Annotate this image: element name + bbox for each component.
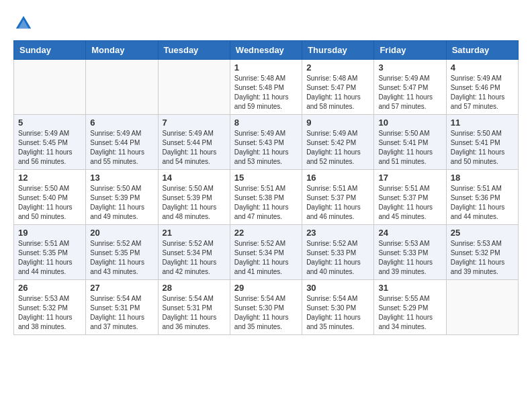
day-number: 23 xyxy=(306,228,369,238)
calendar-day: 24 Sunrise: 5:53 AMSunset: 5:33 PMDaylig… xyxy=(374,225,446,280)
calendar-day: 15 Sunrise: 5:51 AMSunset: 5:38 PMDaylig… xyxy=(230,170,302,225)
logo xyxy=(13,13,36,34)
day-header-wednesday: Wednesday xyxy=(230,41,302,60)
day-number: 2 xyxy=(306,62,369,73)
calendar-day: 22 Sunrise: 5:52 AMSunset: 5:34 PMDaylig… xyxy=(230,225,302,280)
day-header-thursday: Thursday xyxy=(302,41,374,60)
day-header-friday: Friday xyxy=(374,41,446,60)
day-info: Sunrise: 5:51 AMSunset: 5:37 PMDaylight:… xyxy=(306,184,369,222)
day-info: Sunrise: 5:54 AMSunset: 5:30 PMDaylight:… xyxy=(234,294,298,332)
day-number: 16 xyxy=(306,173,369,183)
day-info: Sunrise: 5:51 AMSunset: 5:36 PMDaylight:… xyxy=(451,184,514,222)
day-number: 28 xyxy=(163,283,226,293)
day-info: Sunrise: 5:51 AMSunset: 5:35 PMDaylight:… xyxy=(18,239,81,277)
calendar-day: 20 Sunrise: 5:52 AMSunset: 5:35 PMDaylig… xyxy=(86,225,158,280)
calendar-header-row: SundayMondayTuesdayWednesdayThursdayFrid… xyxy=(14,41,519,60)
calendar-week-row: 19 Sunrise: 5:51 AMSunset: 5:35 PMDaylig… xyxy=(14,225,519,280)
day-header-tuesday: Tuesday xyxy=(158,41,230,60)
calendar-day: 31 Sunrise: 5:55 AMSunset: 5:29 PMDaylig… xyxy=(374,280,446,335)
day-info: Sunrise: 5:52 AMSunset: 5:34 PMDaylight:… xyxy=(234,239,298,277)
day-number: 9 xyxy=(306,118,369,128)
day-info: Sunrise: 5:50 AMSunset: 5:39 PMDaylight:… xyxy=(90,184,153,222)
day-info: Sunrise: 5:51 AMSunset: 5:37 PMDaylight:… xyxy=(378,184,441,222)
calendar-day: 21 Sunrise: 5:52 AMSunset: 5:34 PMDaylig… xyxy=(158,225,230,280)
calendar-day: 4 Sunrise: 5:49 AMSunset: 5:46 PMDayligh… xyxy=(446,60,518,115)
calendar-day: 6 Sunrise: 5:49 AMSunset: 5:44 PMDayligh… xyxy=(86,115,158,170)
calendar-week-row: 26 Sunrise: 5:53 AMSunset: 5:32 PMDaylig… xyxy=(14,280,519,335)
calendar-day: 7 Sunrise: 5:49 AMSunset: 5:44 PMDayligh… xyxy=(158,115,230,170)
calendar-day: 26 Sunrise: 5:53 AMSunset: 5:32 PMDaylig… xyxy=(14,280,86,335)
calendar-day: 3 Sunrise: 5:49 AMSunset: 5:47 PMDayligh… xyxy=(374,60,446,115)
day-info: Sunrise: 5:50 AMSunset: 5:41 PMDaylight:… xyxy=(378,129,441,167)
logo-icon xyxy=(13,13,34,34)
day-info: Sunrise: 5:50 AMSunset: 5:40 PMDaylight:… xyxy=(18,184,81,222)
calendar-day: 11 Sunrise: 5:50 AMSunset: 5:41 PMDaylig… xyxy=(446,115,518,170)
day-info: Sunrise: 5:53 AMSunset: 5:33 PMDaylight:… xyxy=(378,239,441,277)
calendar-day: 16 Sunrise: 5:51 AMSunset: 5:37 PMDaylig… xyxy=(302,170,374,225)
day-info: Sunrise: 5:53 AMSunset: 5:32 PMDaylight:… xyxy=(18,294,81,332)
calendar-day: 12 Sunrise: 5:50 AMSunset: 5:40 PMDaylig… xyxy=(14,170,86,225)
day-number: 11 xyxy=(451,118,514,128)
day-info: Sunrise: 5:49 AMSunset: 5:45 PMDaylight:… xyxy=(18,129,81,167)
day-info: Sunrise: 5:50 AMSunset: 5:41 PMDaylight:… xyxy=(451,129,514,167)
day-header-saturday: Saturday xyxy=(446,41,518,60)
calendar-day xyxy=(158,60,230,115)
day-info: Sunrise: 5:49 AMSunset: 5:47 PMDaylight:… xyxy=(378,74,441,111)
day-number: 1 xyxy=(234,62,298,73)
day-number: 14 xyxy=(163,173,226,183)
calendar-day: 5 Sunrise: 5:49 AMSunset: 5:45 PMDayligh… xyxy=(14,115,86,170)
calendar-day: 18 Sunrise: 5:51 AMSunset: 5:36 PMDaylig… xyxy=(446,170,518,225)
day-header-sunday: Sunday xyxy=(14,41,86,60)
calendar-day: 10 Sunrise: 5:50 AMSunset: 5:41 PMDaylig… xyxy=(374,115,446,170)
day-number: 5 xyxy=(18,118,81,128)
calendar-week-row: 1 Sunrise: 5:48 AMSunset: 5:48 PMDayligh… xyxy=(14,60,519,115)
day-number: 24 xyxy=(378,228,441,238)
calendar-day: 9 Sunrise: 5:49 AMSunset: 5:42 PMDayligh… xyxy=(302,115,374,170)
day-number: 13 xyxy=(90,173,153,183)
calendar-table: SundayMondayTuesdayWednesdayThursdayFrid… xyxy=(13,40,519,335)
calendar-day: 30 Sunrise: 5:54 AMSunset: 5:30 PMDaylig… xyxy=(302,280,374,335)
calendar-day: 17 Sunrise: 5:51 AMSunset: 5:37 PMDaylig… xyxy=(374,170,446,225)
day-number: 27 xyxy=(90,283,153,293)
day-number: 30 xyxy=(306,283,369,293)
calendar-day: 8 Sunrise: 5:49 AMSunset: 5:43 PMDayligh… xyxy=(230,115,302,170)
day-info: Sunrise: 5:54 AMSunset: 5:31 PMDaylight:… xyxy=(90,294,153,332)
day-info: Sunrise: 5:55 AMSunset: 5:29 PMDaylight:… xyxy=(378,294,441,332)
calendar-week-row: 12 Sunrise: 5:50 AMSunset: 5:40 PMDaylig… xyxy=(14,170,519,225)
calendar-day: 13 Sunrise: 5:50 AMSunset: 5:39 PMDaylig… xyxy=(86,170,158,225)
calendar-day: 19 Sunrise: 5:51 AMSunset: 5:35 PMDaylig… xyxy=(14,225,86,280)
day-info: Sunrise: 5:49 AMSunset: 5:46 PMDaylight:… xyxy=(451,74,514,111)
day-number: 29 xyxy=(234,283,298,293)
day-number: 6 xyxy=(90,118,153,128)
day-number: 17 xyxy=(378,173,441,183)
day-number: 10 xyxy=(378,118,441,128)
day-number: 18 xyxy=(451,173,514,183)
page-header xyxy=(13,13,519,34)
day-info: Sunrise: 5:48 AMSunset: 5:48 PMDaylight:… xyxy=(234,74,298,111)
calendar-week-row: 5 Sunrise: 5:49 AMSunset: 5:45 PMDayligh… xyxy=(14,115,519,170)
day-info: Sunrise: 5:52 AMSunset: 5:33 PMDaylight:… xyxy=(306,239,369,277)
day-number: 31 xyxy=(378,283,441,293)
calendar-day: 27 Sunrise: 5:54 AMSunset: 5:31 PMDaylig… xyxy=(86,280,158,335)
day-number: 26 xyxy=(18,283,81,293)
calendar-day: 28 Sunrise: 5:54 AMSunset: 5:31 PMDaylig… xyxy=(158,280,230,335)
calendar-day: 25 Sunrise: 5:53 AMSunset: 5:32 PMDaylig… xyxy=(446,225,518,280)
day-header-monday: Monday xyxy=(86,41,158,60)
calendar-day: 29 Sunrise: 5:54 AMSunset: 5:30 PMDaylig… xyxy=(230,280,302,335)
day-info: Sunrise: 5:52 AMSunset: 5:35 PMDaylight:… xyxy=(90,239,153,277)
day-info: Sunrise: 5:52 AMSunset: 5:34 PMDaylight:… xyxy=(163,239,226,277)
day-info: Sunrise: 5:51 AMSunset: 5:38 PMDaylight:… xyxy=(234,184,298,222)
day-number: 7 xyxy=(163,118,226,128)
day-number: 4 xyxy=(451,62,514,73)
day-info: Sunrise: 5:49 AMSunset: 5:42 PMDaylight:… xyxy=(306,129,369,167)
day-info: Sunrise: 5:49 AMSunset: 5:43 PMDaylight:… xyxy=(234,129,298,167)
day-number: 20 xyxy=(90,228,153,238)
day-number: 21 xyxy=(163,228,226,238)
day-info: Sunrise: 5:54 AMSunset: 5:31 PMDaylight:… xyxy=(163,294,226,332)
day-number: 8 xyxy=(234,118,298,128)
day-info: Sunrise: 5:50 AMSunset: 5:39 PMDaylight:… xyxy=(163,184,226,222)
calendar-day xyxy=(14,60,86,115)
calendar-day xyxy=(446,280,518,335)
day-info: Sunrise: 5:49 AMSunset: 5:44 PMDaylight:… xyxy=(90,129,153,167)
calendar-day: 2 Sunrise: 5:48 AMSunset: 5:47 PMDayligh… xyxy=(302,60,374,115)
